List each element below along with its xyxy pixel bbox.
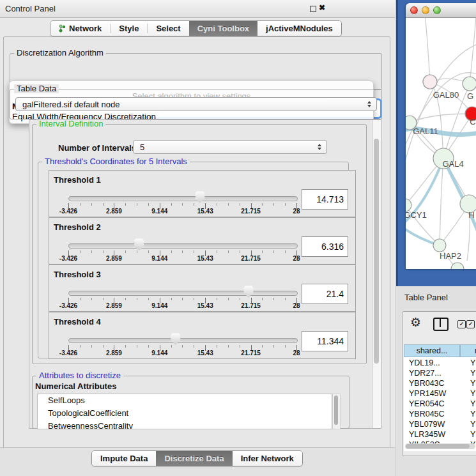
table-column-header[interactable]: shared... xyxy=(404,344,460,357)
slider-thumb[interactable] xyxy=(134,238,144,250)
tick-label: 15.43 xyxy=(197,255,213,262)
table-column-header[interactable]: na xyxy=(460,344,476,357)
tick-label: 15.43 xyxy=(197,208,213,215)
threshold-value-field[interactable]: 11.344 xyxy=(302,331,348,351)
tick-label: 21.715 xyxy=(241,208,261,215)
tick-label: 9.144 xyxy=(151,349,167,357)
tick-label: -3.426 xyxy=(59,208,77,215)
thresholds-caption: Threshold's Coordinates for 5 Intervals xyxy=(42,157,190,166)
slider-track[interactable] xyxy=(68,338,298,343)
zoom-traffic-light-icon[interactable] xyxy=(433,6,441,14)
attribute-list-item[interactable]: SelfLoops xyxy=(38,394,332,407)
frame-edge xyxy=(396,0,398,286)
network-node[interactable] xyxy=(463,77,476,91)
table-row[interactable]: YLR345WYLR3 xyxy=(404,429,476,440)
slider-thumb[interactable] xyxy=(195,191,205,203)
slider-ticks xyxy=(68,203,296,209)
network-node[interactable] xyxy=(451,263,464,269)
tab-select[interactable]: Select xyxy=(148,21,188,36)
float-window-icon[interactable] xyxy=(310,6,316,12)
table-panel: ⚙ ✓ ✓ shared...na YDL19...YDL1YDR27...YD… xyxy=(402,311,476,456)
slider-track[interactable] xyxy=(68,291,298,296)
attributes-scrollbar[interactable] xyxy=(332,394,341,429)
threshold-label: Threshold 3 xyxy=(54,270,101,279)
spinner-arrows-icon xyxy=(318,144,321,150)
number-of-intervals-label: Number of Intervals xyxy=(58,143,136,153)
network-window[interactable]: GAL80GCGAL11GAL4GCY1HHAP2 xyxy=(406,3,476,269)
gear-icon[interactable]: ⚙ xyxy=(410,316,421,330)
network-node-label: HAP2 xyxy=(440,251,461,261)
table-header-row: shared...na xyxy=(404,344,476,357)
network-node-label: G xyxy=(467,91,473,101)
threshold-value-field[interactable]: 21.4 xyxy=(302,284,348,304)
attribute-list-item[interactable]: BetweennessCentrality xyxy=(38,420,332,429)
network-node-label: C xyxy=(470,117,475,127)
threshold-value-field[interactable]: 14.713 xyxy=(302,189,348,210)
threshold-value-field[interactable]: 6.316 xyxy=(302,236,348,257)
table-row[interactable]: YPR145WYPR1 xyxy=(404,388,476,399)
threshold-panel-2: Threshold 2-3.4262.8599.14415.4321.71528… xyxy=(49,217,356,265)
tab-impute-data[interactable]: Impute Data xyxy=(92,451,156,466)
spinner-arrows-icon xyxy=(367,101,371,107)
network-node-label: GAL11 xyxy=(413,127,438,136)
tab-jactivemnodules[interactable]: jActiveMNodules xyxy=(257,21,341,36)
discretization-algorithm-caption: Discretization Algorithm xyxy=(14,49,106,58)
numerical-attributes-list[interactable]: SelfLoopsTopologicalCoefficientBetweenne… xyxy=(37,394,332,429)
table-horizontal-scrollbar[interactable] xyxy=(405,443,475,449)
slider-thumb[interactable] xyxy=(243,286,254,298)
table-row[interactable]: YER054CYER0 xyxy=(404,399,476,409)
network-icon xyxy=(59,24,66,33)
tick-label: 15.43 xyxy=(197,349,213,357)
network-node[interactable] xyxy=(423,75,437,89)
slider-track[interactable] xyxy=(68,196,298,201)
vertical-scrollbar-thumb[interactable] xyxy=(374,139,379,364)
tab-cyni-toolbox[interactable]: Cyni Toolbox xyxy=(189,21,257,36)
numerical-attributes-label: Numerical Attributes xyxy=(35,381,116,391)
slider-ticks xyxy=(68,345,296,351)
slider-thumb[interactable] xyxy=(171,333,181,345)
checkbox-icon[interactable]: ✓ xyxy=(466,320,475,328)
tab-style[interactable]: Style xyxy=(111,21,147,36)
table-data-combo[interactable]: galFiltered.sif default node xyxy=(15,97,377,111)
table-row[interactable]: YBR045CYBR0 xyxy=(404,409,476,419)
tick-label: 2.859 xyxy=(106,208,122,215)
table-row[interactable]: YBR043CYBR0 xyxy=(404,378,476,388)
top-tab-bar: NetworkStyleSelectCyni ToolboxjActiveMNo… xyxy=(50,20,342,36)
tick-label: 2.859 xyxy=(106,255,122,262)
split-view-icon[interactable] xyxy=(433,318,449,331)
number-of-intervals-combo[interactable]: 5 xyxy=(133,140,327,154)
network-canvas[interactable]: GAL80GCGAL11GAL4GCY1HHAP2 xyxy=(406,18,476,269)
tick-label: 28 xyxy=(293,302,300,309)
network-window-titlebar[interactable] xyxy=(406,3,476,18)
tab-infer-network[interactable]: Infer Network xyxy=(233,451,302,466)
cyni-toolbox-panel: Discretization Algorithm Select algorith… xyxy=(3,36,390,449)
close-traffic-light-icon[interactable] xyxy=(410,6,418,14)
table-data-caption: Table Data xyxy=(14,84,59,93)
checkbox-icon[interactable]: ✓ xyxy=(457,320,466,328)
network-node[interactable] xyxy=(406,199,411,211)
network-node-label: H xyxy=(468,210,474,220)
attribute-list-item[interactable]: TopologicalCoefficient xyxy=(38,407,332,420)
slider-track[interactable] xyxy=(68,243,298,249)
thresholds-group: Threshold's Coordinates for 5 Intervals … xyxy=(38,162,349,358)
threshold-panel-3: Threshold 3-3.4262.8599.14415.4321.71528… xyxy=(49,265,356,312)
table-row[interactable]: YDR27...YDR2 xyxy=(404,368,476,378)
table-data-group: Table Data galFiltered.sif default node xyxy=(10,89,382,119)
bottom-strip: Impute DataDiscretize DataInfer Network xyxy=(0,447,395,476)
tick-label: -3.426 xyxy=(59,302,77,309)
table-horizontal-scrollbar-thumb[interactable] xyxy=(406,444,470,449)
network-node[interactable] xyxy=(433,239,446,252)
network-node-label: GAL4 xyxy=(442,159,463,169)
table-panel-title: Table Panel xyxy=(404,293,448,302)
tick-label: 21.715 xyxy=(241,349,261,357)
table-row[interactable]: YDL19...YDL1 xyxy=(404,358,476,368)
vertical-scrollbar[interactable] xyxy=(372,120,381,428)
table-row[interactable]: YBL079WYBL0 xyxy=(404,419,476,429)
tick-label: 15.43 xyxy=(197,302,213,309)
minimize-traffic-light-icon[interactable] xyxy=(422,6,429,14)
tick-label: 2.859 xyxy=(106,349,122,357)
tab-discretize-data[interactable]: Discretize Data xyxy=(156,451,232,466)
close-icon[interactable]: ✖ xyxy=(319,3,325,12)
tick-label: 9.144 xyxy=(151,302,167,309)
tab-network[interactable]: Network xyxy=(50,21,110,36)
